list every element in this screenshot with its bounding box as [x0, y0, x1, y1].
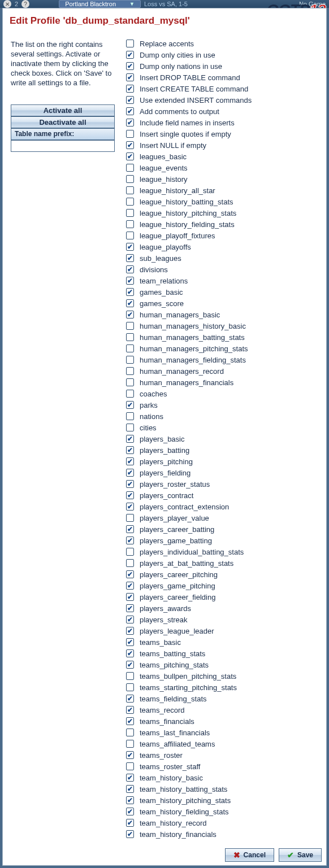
setting-checkbox[interactable]: [126, 548, 134, 556]
setting-checkbox[interactable]: [126, 51, 134, 59]
setting-label: teams_pitching_stats: [140, 661, 209, 669]
setting-checkbox[interactable]: [126, 401, 134, 409]
setting-label: teams_fielding_stats: [140, 695, 207, 703]
setting-checkbox[interactable]: [126, 740, 134, 748]
setting-checkbox[interactable]: [126, 514, 134, 522]
setting-checkbox[interactable]: [126, 412, 134, 420]
setting-checkbox[interactable]: [126, 356, 134, 364]
setting-row: teams_financials: [126, 716, 318, 727]
setting-checkbox[interactable]: [126, 706, 134, 714]
setting-checkbox[interactable]: [126, 40, 134, 47]
setting-row: players_awards: [126, 603, 318, 614]
cancel-button[interactable]: ✖ Cancel: [225, 848, 274, 862]
setting-label: league_history_pitching_stats: [140, 209, 236, 217]
setting-row: nations: [126, 411, 318, 422]
setting-checkbox[interactable]: [126, 604, 134, 612]
setting-checkbox[interactable]: [126, 344, 134, 352]
setting-checkbox[interactable]: [126, 672, 134, 680]
team-dropdown[interactable]: Portland Blacktron ▼: [59, 0, 141, 8]
setting-checkbox[interactable]: [126, 152, 134, 160]
setting-checkbox[interactable]: [126, 265, 134, 273]
setting-label: Add comments to output: [140, 107, 219, 116]
setting-checkbox[interactable]: [126, 141, 134, 149]
setting-checkbox[interactable]: [126, 570, 134, 578]
setting-checkbox[interactable]: [126, 616, 134, 623]
setting-checkbox[interactable]: [126, 232, 134, 239]
save-button[interactable]: ✔ Save: [279, 848, 322, 862]
setting-checkbox[interactable]: [126, 96, 134, 104]
setting-checkbox[interactable]: [126, 119, 134, 127]
setting-row: league_history_all_star: [126, 185, 318, 196]
cancel-label: Cancel: [244, 851, 266, 859]
setting-checkbox[interactable]: [126, 649, 134, 657]
setting-checkbox[interactable]: [126, 559, 134, 567]
setting-checkbox[interactable]: [126, 164, 134, 172]
setting-checkbox[interactable]: [126, 638, 134, 646]
setting-checkbox[interactable]: [126, 209, 134, 217]
setting-checkbox[interactable]: [126, 627, 134, 635]
setting-checkbox[interactable]: [126, 62, 134, 70]
setting-checkbox[interactable]: [126, 808, 134, 815]
setting-label: players_individual_batting_stats: [140, 548, 244, 556]
setting-checkbox[interactable]: [126, 311, 134, 319]
setting-checkbox[interactable]: [126, 198, 134, 206]
setting-checkbox[interactable]: [126, 830, 134, 838]
setting-row: league_playoff_fixtures: [126, 230, 318, 241]
help-icon[interactable]: ?: [21, 0, 29, 8]
setting-checkbox[interactable]: [126, 322, 134, 330]
setting-checkbox[interactable]: [126, 243, 134, 251]
setting-checkbox[interactable]: [126, 107, 134, 115]
setting-checkbox[interactable]: [126, 593, 134, 601]
setting-checkbox[interactable]: [126, 582, 134, 590]
setting-checkbox[interactable]: [126, 457, 134, 465]
setting-checkbox[interactable]: [126, 186, 134, 194]
setting-checkbox[interactable]: [126, 819, 134, 827]
setting-checkbox[interactable]: [126, 525, 134, 533]
close-icon[interactable]: ✕: [3, 0, 11, 8]
setting-checkbox[interactable]: [126, 751, 134, 759]
deactivate-all-button[interactable]: Deactivate all: [11, 116, 115, 128]
setting-checkbox[interactable]: [126, 469, 134, 477]
setting-label: league_history: [140, 175, 188, 184]
settings-scroll[interactable]: Replace accentsDump only cities in useDu…: [126, 38, 322, 841]
setting-checkbox[interactable]: [126, 774, 134, 782]
setting-checkbox[interactable]: [126, 446, 134, 454]
setting-checkbox[interactable]: [126, 683, 134, 691]
setting-label: players_contract: [140, 491, 193, 500]
setting-checkbox[interactable]: [126, 367, 134, 375]
setting-checkbox[interactable]: [126, 220, 134, 228]
setting-checkbox[interactable]: [126, 480, 134, 488]
setting-checkbox[interactable]: [126, 536, 134, 544]
setting-row: human_managers_financials: [126, 377, 318, 388]
prefix-input[interactable]: [11, 140, 115, 152]
setting-label: teams_record: [140, 706, 184, 714]
setting-checkbox[interactable]: [126, 762, 134, 770]
setting-checkbox[interactable]: [126, 130, 134, 138]
setting-checkbox[interactable]: [126, 491, 134, 499]
setting-checkbox[interactable]: [126, 277, 134, 285]
help-text: The list on the right contains several s…: [11, 40, 115, 88]
activate-all-button[interactable]: Activate all: [11, 104, 115, 116]
setting-checkbox[interactable]: [126, 254, 134, 262]
setting-checkbox[interactable]: [126, 288, 134, 296]
setting-checkbox[interactable]: [126, 378, 134, 386]
setting-checkbox[interactable]: [126, 333, 134, 341]
setting-label: players_game_pitching: [140, 582, 215, 590]
setting-checkbox[interactable]: [126, 796, 134, 804]
setting-checkbox[interactable]: [126, 424, 134, 431]
setting-label: teams_bullpen_pitching_stats: [140, 672, 236, 681]
setting-checkbox[interactable]: [126, 85, 134, 93]
setting-checkbox[interactable]: [126, 661, 134, 669]
setting-checkbox[interactable]: [126, 695, 134, 703]
setting-checkbox[interactable]: [126, 729, 134, 736]
setting-row: players_streak: [126, 614, 318, 625]
setting-checkbox[interactable]: [126, 435, 134, 443]
setting-checkbox[interactable]: [126, 299, 134, 307]
setting-checkbox[interactable]: [126, 785, 134, 793]
setting-checkbox[interactable]: [126, 503, 134, 511]
setting-checkbox[interactable]: [126, 73, 134, 81]
setting-checkbox[interactable]: [126, 717, 134, 725]
setting-label: human_managers_pitching_stats: [140, 344, 248, 353]
setting-checkbox[interactable]: [126, 390, 134, 398]
setting-checkbox[interactable]: [126, 175, 134, 183]
